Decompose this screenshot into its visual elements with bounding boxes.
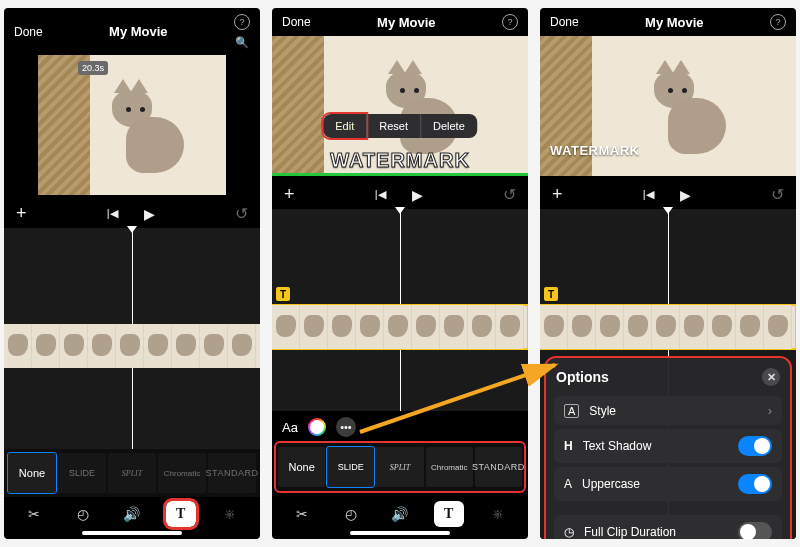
close-icon[interactable]: ✕ (762, 368, 780, 386)
phone-screen-2: Done My Movie ? Edit Reset Delete WATERM… (272, 8, 528, 539)
title-style-standard[interactable]: STANDARD (475, 447, 522, 487)
help-icon[interactable]: ? (234, 14, 250, 30)
phone-screen-1: Done My Movie ? 🔍 20.3s + |◀ ▶ ↺ (4, 8, 260, 539)
scissors-icon[interactable]: ✂ (287, 501, 317, 527)
text-tool-button[interactable]: T (434, 501, 464, 527)
option-uppercase-label: Uppercase (582, 477, 640, 491)
uppercase-icon: A (564, 477, 572, 491)
option-full-clip-label: Full Clip Duration (584, 525, 676, 539)
skip-back-icon[interactable]: |◀ (375, 188, 386, 201)
title-style-picker: None SLIDE SPLIT Chromatic STANDARD (4, 449, 260, 497)
project-title: My Movie (109, 24, 168, 39)
transport-bar: + |◀ ▶ ↺ (4, 199, 260, 228)
text-selection-line (272, 173, 528, 176)
clip-track[interactable] (540, 305, 796, 349)
transport-bar: + |◀ ▶ ↺ (540, 180, 796, 209)
volume-icon[interactable]: 🔊 (117, 501, 147, 527)
title-style-split[interactable]: SPLIT (376, 447, 423, 487)
skip-back-icon[interactable]: |◀ (643, 188, 654, 201)
title-style-slide[interactable]: SLIDE (58, 453, 106, 493)
video-preview[interactable]: WATERMARK (540, 36, 796, 176)
scissors-icon[interactable]: ✂ (19, 501, 49, 527)
shadow-icon: H (564, 439, 573, 453)
timeline[interactable] (4, 228, 260, 449)
title-style-none[interactable]: None (8, 453, 56, 493)
watermark-text[interactable]: WATERMARK (550, 143, 639, 158)
play-icon[interactable]: ▶ (680, 187, 691, 203)
text-shadow-toggle[interactable] (738, 436, 772, 456)
project-title: My Movie (377, 15, 436, 30)
option-style-label: Style (589, 404, 616, 418)
ctx-delete[interactable]: Delete (420, 114, 477, 138)
editor-topbar: Done My Movie ? (272, 8, 528, 36)
editor-topbar: Done My Movie ? 🔍 (4, 8, 260, 55)
ctx-edit[interactable]: Edit (323, 114, 366, 138)
option-uppercase-row[interactable]: A Uppercase (554, 467, 782, 501)
color-picker-icon[interactable] (308, 418, 326, 436)
font-button[interactable]: Aa (282, 420, 298, 435)
editor-topbar: Done My Movie ? (540, 8, 796, 36)
play-icon[interactable]: ▶ (412, 187, 423, 203)
play-icon[interactable]: ▶ (144, 206, 155, 222)
undo-icon[interactable]: ↺ (503, 185, 516, 204)
help-icon[interactable]: ? (502, 14, 518, 30)
text-tool-button[interactable]: T (166, 501, 196, 527)
clock-icon: ◷ (564, 525, 574, 539)
done-button[interactable]: Done (550, 15, 579, 29)
title-style-chromatic[interactable]: Chromatic (426, 447, 473, 487)
help-icon[interactable]: ? (770, 14, 786, 30)
full-clip-toggle[interactable] (738, 522, 772, 539)
undo-icon[interactable]: ↺ (771, 185, 784, 204)
bottom-toolbar: ✂ ◴ 🔊 T ⛯ (4, 497, 260, 529)
video-preview[interactable]: Edit Reset Delete WATERMARK (272, 36, 528, 176)
filters-icon[interactable]: ⛯ (215, 501, 245, 527)
video-preview[interactable]: 20.3s (38, 55, 226, 195)
title-style-none[interactable]: None (278, 447, 325, 487)
home-indicator (350, 531, 450, 535)
title-style-standard[interactable]: STANDARD (208, 453, 256, 493)
options-title: Options (556, 369, 609, 385)
more-options-button[interactable]: ••• (336, 417, 356, 437)
ctx-reset[interactable]: Reset (366, 114, 420, 138)
done-button[interactable]: Done (282, 15, 311, 29)
style-icon: A (564, 404, 579, 418)
home-indicator (82, 531, 182, 535)
options-panel: Options ✕ A Style › H Text Shadow A (546, 358, 790, 539)
speed-icon[interactable]: ◴ (68, 501, 98, 527)
phone-screen-3: Done My Movie ? WATERMARK + |◀ ▶ ↺ T (540, 8, 796, 539)
volume-icon[interactable]: 🔊 (385, 501, 415, 527)
title-style-chromatic[interactable]: Chromatic (158, 453, 206, 493)
clip-track[interactable] (4, 324, 260, 368)
duration-badge: 20.3s (78, 61, 108, 75)
clip-track[interactable] (272, 305, 528, 349)
option-text-shadow-row[interactable]: H Text Shadow (554, 429, 782, 463)
transport-bar: + |◀ ▶ ↺ (272, 180, 528, 209)
title-chip[interactable]: T (276, 287, 290, 301)
title-style-picker: None SLIDE SPLIT Chromatic STANDARD (276, 443, 524, 491)
undo-icon[interactable]: ↺ (235, 204, 248, 223)
title-style-slide[interactable]: SLIDE (327, 447, 374, 487)
uppercase-toggle[interactable] (738, 474, 772, 494)
chevron-right-icon: › (768, 403, 772, 418)
option-text-shadow-label: Text Shadow (583, 439, 652, 453)
bottom-toolbar: ✂ ◴ 🔊 T ⛯ (272, 497, 528, 529)
title-chip[interactable]: T (544, 287, 558, 301)
timeline[interactable]: T (272, 209, 528, 411)
zoom-icon[interactable]: 🔍 (235, 36, 249, 49)
speed-icon[interactable]: ◴ (336, 501, 366, 527)
add-media-button[interactable]: + (284, 184, 295, 205)
text-style-row: Aa ••• (272, 411, 528, 443)
three-phone-screenshots: Done My Movie ? 🔍 20.3s + |◀ ▶ ↺ (0, 0, 800, 547)
done-button[interactable]: Done (14, 25, 43, 39)
project-title: My Movie (645, 15, 704, 30)
filters-icon[interactable]: ⛯ (483, 501, 513, 527)
add-media-button[interactable]: + (16, 203, 27, 224)
text-context-menu: Edit Reset Delete (323, 114, 477, 138)
skip-back-icon[interactable]: |◀ (107, 207, 118, 220)
watermark-text[interactable]: WATERMARK (330, 149, 470, 172)
add-media-button[interactable]: + (552, 184, 563, 205)
option-style-row[interactable]: A Style › (554, 396, 782, 425)
title-style-split[interactable]: SPLIT (108, 453, 156, 493)
option-full-clip-row[interactable]: ◷ Full Clip Duration (554, 515, 782, 539)
